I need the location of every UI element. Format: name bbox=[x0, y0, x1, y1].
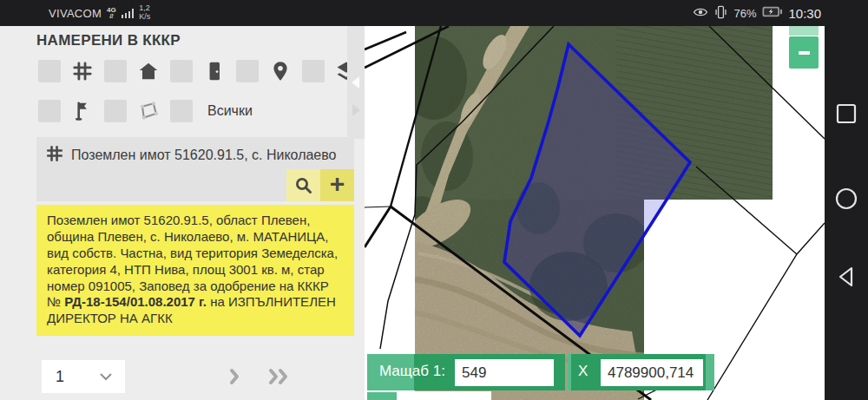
eye-comfort-icon bbox=[693, 6, 708, 21]
page-number: 1 bbox=[56, 368, 64, 386]
filter-checkbox[interactable] bbox=[38, 60, 61, 82]
filter-checkbox[interactable] bbox=[170, 100, 193, 122]
vibrate-icon bbox=[714, 5, 727, 22]
home-button[interactable] bbox=[835, 187, 858, 210]
object-type-filter-row bbox=[38, 59, 358, 83]
search-results-panel: НАМЕРЕНИ В КККР bbox=[0, 26, 365, 400]
house-icon[interactable] bbox=[136, 59, 161, 83]
recents-button[interactable] bbox=[835, 102, 858, 125]
zoom-out-button[interactable] bbox=[789, 36, 819, 69]
filter-checkbox[interactable] bbox=[302, 60, 325, 82]
geometry-filter-row: Всички bbox=[38, 99, 253, 123]
add-result-button[interactable]: + bbox=[320, 169, 354, 201]
map-canvas[interactable] bbox=[365, 26, 825, 400]
filter-checkbox[interactable] bbox=[104, 100, 127, 122]
chevron-down-icon bbox=[99, 369, 113, 384]
x-coordinate-label: X bbox=[578, 363, 588, 380]
expand-panel-arrow-icon[interactable] bbox=[352, 104, 360, 116]
minus-icon bbox=[799, 51, 810, 55]
filter-checkbox[interactable] bbox=[170, 60, 193, 82]
filter-checkbox[interactable] bbox=[104, 60, 127, 82]
filter-checkbox[interactable] bbox=[38, 100, 61, 122]
carrier-label: VIVACOM bbox=[49, 7, 102, 20]
android-navigation-bar bbox=[825, 26, 868, 400]
battery-icon bbox=[762, 6, 782, 20]
result-title: Поземлен имот 51620.91.5, с. Николаево bbox=[71, 148, 336, 163]
scale-label: Мащаб 1: bbox=[379, 363, 445, 380]
signal-strength-icon bbox=[122, 9, 135, 18]
all-filters-label: Всички bbox=[207, 103, 253, 119]
y-coordinate-input-partial[interactable] bbox=[398, 391, 491, 400]
zoom-in-button-partial[interactable] bbox=[789, 26, 819, 36]
pagination: 1 bbox=[42, 360, 319, 393]
parcel-order-number: РД-18-154/01.08.2017 г. bbox=[64, 294, 207, 309]
y-coord-section-partial bbox=[367, 392, 397, 400]
status-bar: VIVACOM 4G ⇵ 1,2 K/s 76% 1 bbox=[0, 0, 868, 26]
network-type-icon: 4G ⇵ bbox=[107, 7, 116, 19]
clock: 10:30 bbox=[788, 6, 821, 21]
scale-input[interactable] bbox=[455, 359, 554, 386]
collapse-panel-arrow-icon[interactable] bbox=[352, 76, 359, 89]
flag-icon[interactable] bbox=[70, 99, 95, 123]
data-speed: 1,2 K/s bbox=[139, 4, 150, 22]
cadastral-map[interactable]: Мащаб 1: X bbox=[365, 26, 825, 400]
parcel-grid-icon bbox=[45, 144, 64, 167]
building-door-icon[interactable] bbox=[202, 59, 227, 83]
zoom-to-result-button[interactable] bbox=[286, 169, 320, 201]
x-coordinate-input[interactable] bbox=[601, 359, 703, 386]
app-screen: VIVACOM 4G ⇵ 1,2 K/s 76% 1 bbox=[0, 0, 868, 400]
back-button[interactable] bbox=[835, 266, 858, 288]
map-pin-icon[interactable] bbox=[268, 59, 293, 83]
battery-percent: 76% bbox=[733, 7, 756, 20]
filter-checkbox[interactable] bbox=[236, 60, 259, 82]
next-page-button[interactable] bbox=[226, 365, 243, 391]
page-select[interactable]: 1 bbox=[42, 360, 125, 393]
last-page-button[interactable] bbox=[266, 365, 293, 391]
parcel-grid-icon[interactable] bbox=[70, 59, 95, 83]
polygon-icon[interactable] bbox=[136, 99, 161, 123]
panel-collapse-strip bbox=[347, 26, 365, 139]
search-result-card[interactable]: Поземлен имот 51620.91.5, с. Николаево + bbox=[36, 137, 354, 201]
parcel-info-box: Поземлен имот 51620.91.5, област Плевен,… bbox=[36, 205, 354, 336]
panel-title: НАМЕРЕНИ В КККР bbox=[36, 32, 181, 49]
